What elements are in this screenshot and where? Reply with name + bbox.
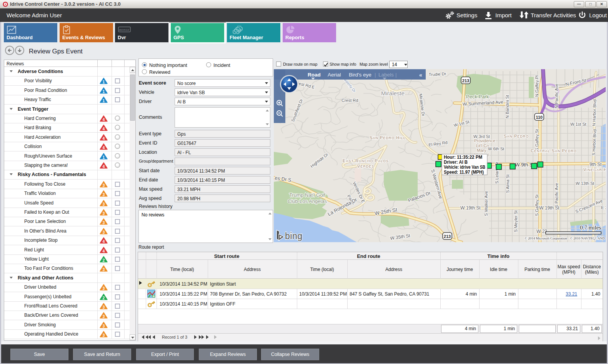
svg-text:4: 4 bbox=[103, 126, 105, 131]
svg-text:4: 4 bbox=[103, 249, 105, 253]
svg-text:S Gaffey St: S Gaffey St bbox=[535, 194, 539, 216]
svg-text:S Pacific Ave: S Pacific Ave bbox=[554, 183, 559, 208]
svg-text:Trudie Dr: Trudie Dr bbox=[428, 71, 446, 77]
svg-text:1: 1 bbox=[103, 89, 105, 94]
svg-text:Hour: 11:35:22 PM: Hour: 11:35:22 PM bbox=[444, 155, 482, 160]
svg-text:110: 110 bbox=[536, 115, 543, 120]
svg-text:Providence: Providence bbox=[474, 138, 495, 143]
svg-text:Trump Nat'l Golf: Trump Nat'l Golf bbox=[289, 192, 325, 198]
svg-text:Speed: 11.97 (MPH): Speed: 11.97 (MPH) bbox=[444, 170, 484, 175]
svg-text:3: 3 bbox=[103, 211, 105, 216]
svg-text:© 2014 Microsoft Corporation: © 2014 Microsoft Corporation bbox=[525, 236, 567, 240]
svg-text:4: 4 bbox=[103, 136, 105, 141]
svg-text:N Bandini St: N Bandini St bbox=[505, 95, 510, 118]
svg-text:N Harbor Blvd: N Harbor Blvd bbox=[591, 100, 597, 126]
svg-text:N Pacific Ave: N Pacific Ave bbox=[554, 83, 559, 108]
svg-text:Driver: Al B: Driver: Al B bbox=[444, 160, 468, 165]
svg-text:4: 4 bbox=[103, 239, 105, 244]
svg-text:E 22: E 22 bbox=[601, 205, 606, 210]
svg-text:3: 3 bbox=[103, 286, 105, 291]
svg-text:1: 1 bbox=[103, 98, 105, 103]
svg-text:3: 3 bbox=[103, 220, 105, 225]
svg-text:3: 3 bbox=[103, 333, 105, 337]
svg-text:N Gaffey Pl: N Gaffey Pl bbox=[535, 75, 539, 97]
svg-text:SAN PEDRO: SAN PEDRO bbox=[504, 134, 529, 138]
svg-text:3: 3 bbox=[103, 202, 105, 206]
svg-text:213: 213 bbox=[444, 234, 451, 239]
svg-text:EAST RANCHO PALOS: EAST RANCHO PALOS bbox=[343, 158, 389, 163]
svg-text:2: 2 bbox=[103, 258, 105, 263]
svg-text:|: | bbox=[375, 72, 376, 78]
svg-text:4: 4 bbox=[103, 145, 105, 150]
svg-text:Crest Rd: Crest Rd bbox=[341, 98, 358, 103]
svg-text:3: 3 bbox=[103, 192, 105, 197]
svg-text:VERDES: VERDES bbox=[357, 164, 374, 168]
svg-text:VINEGAR HILL: VINEGAR HILL bbox=[583, 167, 606, 172]
svg-text:Record 1 of 3: Record 1 of 3 bbox=[162, 335, 187, 339]
svg-text:S Walker Ave: S Walker Ave bbox=[484, 191, 488, 216]
svg-text:4: 4 bbox=[103, 164, 105, 169]
svg-text:MERGE: MERGE bbox=[119, 29, 129, 31]
svg-text:S Gaffey St: S Gaffey St bbox=[535, 129, 539, 151]
svg-text:Miraleste: Miraleste bbox=[381, 90, 405, 96]
svg-text:3: 3 bbox=[103, 314, 105, 319]
svg-text:Lit'l Co: Lit'l Co bbox=[476, 143, 489, 148]
svg-text:3: 3 bbox=[103, 324, 105, 328]
svg-text:|: | bbox=[395, 72, 397, 78]
svg-text:Peck Park: Peck Park bbox=[466, 94, 489, 100]
svg-text:1: 1 bbox=[103, 80, 105, 84]
svg-text:W 1st St: W 1st St bbox=[570, 122, 586, 126]
svg-text:3: 3 bbox=[103, 230, 105, 234]
svg-text:W 19th St: W 19th St bbox=[539, 205, 560, 211]
svg-text:Club-Los Angelas: Club-Los Angelas bbox=[288, 198, 327, 204]
svg-text:CENTRAL SAN PEDRO: CENTRAL SAN PEDRO bbox=[531, 148, 577, 153]
svg-text:Vehicle: idrive Van SB: Vehicle: idrive Van SB bbox=[444, 165, 485, 170]
svg-text:Labels: Labels bbox=[378, 72, 394, 78]
svg-text:213: 213 bbox=[462, 78, 469, 83]
svg-text:3: 3 bbox=[103, 267, 105, 272]
svg-text:3: 3 bbox=[103, 305, 105, 309]
svg-text:Mary: Mary bbox=[477, 148, 486, 153]
svg-text:© 2010 NAVTEQ: © 2010 NAVTEQ bbox=[570, 236, 595, 240]
svg-text:© AND: © AND bbox=[595, 236, 605, 240]
svg-text:S Meyler St: S Meyler St bbox=[513, 210, 518, 232]
svg-text:2: 2 bbox=[103, 296, 105, 300]
svg-text:W 19th St: W 19th St bbox=[460, 205, 481, 211]
svg-text:W 13th St: W 13th St bbox=[576, 181, 594, 186]
svg-text:SAN PEDRO HILL: SAN PEDRO HILL bbox=[370, 135, 406, 140]
svg-text:0.7 miles: 0.7 miles bbox=[580, 224, 601, 231]
svg-text:W 6th St: W 6th St bbox=[488, 146, 504, 151]
svg-text:Road: Road bbox=[308, 72, 321, 78]
svg-text:Bird's eye: Bird's eye bbox=[349, 72, 371, 78]
svg-text:1: 1 bbox=[103, 155, 105, 160]
svg-text:bing: bing bbox=[285, 231, 302, 241]
svg-text:9th St: 9th St bbox=[590, 162, 602, 167]
svg-text:3: 3 bbox=[103, 183, 105, 188]
svg-text:Aerial: Aerial bbox=[328, 72, 341, 78]
svg-text:«: « bbox=[419, 72, 422, 78]
svg-text:S Alma St: S Alma St bbox=[505, 175, 510, 193]
svg-text:4: 4 bbox=[103, 117, 105, 122]
